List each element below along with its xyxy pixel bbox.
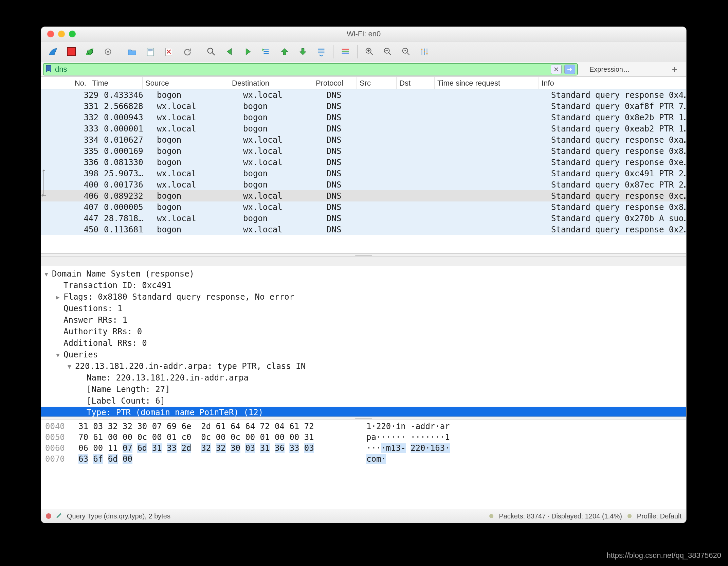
status-profile-text[interactable]: Profile: Default bbox=[637, 512, 681, 520]
status-field-text: Query Type (dns.qry.type), 2 bytes bbox=[67, 512, 170, 520]
tree-line[interactable]: [Label Count: 6] bbox=[41, 395, 686, 407]
packet-row[interactable]: 44728.7818…wx.localbogonDNSStandard quer… bbox=[41, 213, 687, 224]
disclosure-triangle-icon bbox=[56, 317, 63, 324]
disclosure-triangle-icon bbox=[79, 409, 87, 416]
col-header-info[interactable]: Info bbox=[539, 77, 686, 89]
stop-button[interactable] bbox=[63, 43, 80, 60]
go-last-button[interactable] bbox=[294, 43, 311, 60]
tree-line[interactable]: Name: 220.13.181.220.in-addr.arpa bbox=[41, 372, 686, 384]
splitter-top[interactable] bbox=[41, 254, 686, 257]
tree-line[interactable]: Transaction ID: 0xc491 bbox=[41, 280, 686, 291]
col-header-source[interactable]: Source bbox=[143, 77, 229, 89]
packet-row[interactable]: 3330.000001wx.localbogonDNSStandard quer… bbox=[41, 123, 687, 134]
packet-bytes-pane[interactable]: 004031 03 32 32 30 07 69 6e 2d 61 64 64 … bbox=[41, 420, 686, 509]
zoom-out-button[interactable] bbox=[379, 43, 396, 60]
status-packets-text: Packets: 83747 · Displayed: 1204 (1.4%) bbox=[499, 512, 622, 520]
auto-scroll-button[interactable] bbox=[313, 43, 330, 60]
packet-row[interactable]: 3360.081330bogonwx.localDNSStandard quer… bbox=[41, 157, 687, 168]
wireshark-window: Wi-Fi: en0 bbox=[41, 26, 687, 523]
packet-list-pane: No. Time Source Destination Protocol Src… bbox=[41, 77, 686, 254]
disclosure-triangle-icon bbox=[79, 374, 87, 382]
find-button[interactable] bbox=[203, 43, 220, 60]
disclosure-triangle-icon bbox=[56, 282, 63, 289]
tree-line[interactable]: Additional RRs: 0 bbox=[41, 337, 686, 349]
hex-line[interactable]: 006006 00 11 07 6d 31 33 2d 32 32 30 03 … bbox=[45, 443, 682, 454]
svg-point-1 bbox=[107, 51, 109, 53]
tree-line[interactable]: Questions: 1 bbox=[41, 303, 686, 314]
tree-line[interactable]: ▼220.13.181.220.in-addr.arpa: type PTR, … bbox=[41, 360, 686, 372]
go-first-button[interactable] bbox=[276, 43, 293, 60]
col-header-dstport[interactable]: Dst bbox=[397, 77, 435, 89]
display-filter-box bbox=[43, 63, 578, 75]
add-filter-button[interactable]: + bbox=[669, 64, 681, 75]
col-header-srcport[interactable]: Src bbox=[357, 77, 397, 89]
clear-filter-button[interactable] bbox=[551, 65, 562, 74]
disclosure-triangle-icon[interactable]: ▶ bbox=[56, 294, 63, 301]
disclosure-triangle-icon[interactable]: ▼ bbox=[56, 351, 63, 358]
hex-line[interactable]: 005070 61 00 00 0c 00 01 c0 0c 00 0c 00 … bbox=[45, 432, 682, 443]
capture-options-button[interactable] bbox=[99, 43, 116, 60]
tree-line[interactable]: ▼Domain Name System (response) bbox=[41, 268, 686, 280]
display-filter-input[interactable] bbox=[54, 65, 548, 74]
packet-row[interactable]: 3312.566828wx.localbogonDNSStandard quer… bbox=[41, 101, 687, 112]
svg-point-17 bbox=[426, 53, 428, 54]
profile-dot-icon bbox=[627, 514, 632, 518]
expression-button[interactable]: Expression… bbox=[586, 64, 633, 75]
col-header-time[interactable]: Time bbox=[89, 77, 143, 89]
packet-row[interactable]: 3290.433346bogonwx.localDNSStandard quer… bbox=[41, 89, 687, 101]
resize-columns-button[interactable] bbox=[416, 43, 433, 60]
edit-icon[interactable] bbox=[56, 512, 62, 520]
capture-dot-icon bbox=[489, 514, 493, 518]
disclosure-triangle-icon bbox=[56, 340, 63, 347]
main-toolbar bbox=[41, 41, 686, 62]
reload-button[interactable] bbox=[179, 43, 196, 60]
hex-line[interactable]: 004031 03 32 32 30 07 69 6e 2d 61 64 64 … bbox=[45, 422, 682, 432]
svg-rect-9 bbox=[342, 51, 349, 52]
svg-point-14 bbox=[404, 50, 406, 51]
packet-details-pane[interactable]: ▼Domain Name System (response) Transacti… bbox=[41, 257, 686, 417]
tree-line[interactable]: Type: PTR (domain name PoinTeR) (12) bbox=[41, 407, 686, 417]
go-forward-button[interactable] bbox=[239, 43, 256, 60]
col-header-tsr[interactable]: Time since request bbox=[435, 77, 539, 89]
tree-line[interactable]: ▶Flags: 0x8180 Standard query response, … bbox=[41, 291, 686, 303]
open-file-button[interactable] bbox=[124, 43, 141, 60]
shark-fin-icon[interactable] bbox=[44, 43, 61, 60]
colorize-button[interactable] bbox=[337, 43, 354, 60]
go-back-button[interactable] bbox=[221, 43, 238, 60]
bookmark-icon[interactable] bbox=[46, 65, 52, 74]
packet-row[interactable]: 4000.001736wx.localbogonDNSStandard quer… bbox=[41, 179, 687, 190]
disclosure-triangle-icon bbox=[56, 328, 63, 335]
go-to-packet-button[interactable] bbox=[258, 43, 275, 60]
tree-line[interactable]: Answer RRs: 1 bbox=[41, 314, 686, 326]
window-title: Wi-Fi: en0 bbox=[41, 30, 686, 38]
disclosure-triangle-icon[interactable]: ▼ bbox=[44, 270, 52, 278]
col-header-proto[interactable]: Protocol bbox=[313, 77, 357, 89]
display-filter-bar: Expression… + bbox=[41, 62, 686, 77]
col-header-dest[interactable]: Destination bbox=[229, 77, 313, 89]
packet-row[interactable]: 3320.000943wx.localbogonDNSStandard quer… bbox=[41, 112, 687, 123]
packet-row[interactable]: 4500.113681bogonwx.localDNSStandard quer… bbox=[41, 224, 687, 235]
zoom-reset-button[interactable] bbox=[398, 43, 415, 60]
packet-row[interactable]: 4060.089232bogonwx.localDNSStandard quer… bbox=[41, 190, 687, 201]
titlebar: Wi-Fi: en0 bbox=[41, 27, 686, 41]
tree-line[interactable]: [Name Length: 27] bbox=[41, 384, 686, 395]
disclosure-triangle-icon[interactable]: ▼ bbox=[68, 363, 75, 370]
col-header-no[interactable]: No. bbox=[41, 77, 89, 89]
zoom-in-button[interactable] bbox=[361, 43, 378, 60]
hex-line[interactable]: 007063 6f 6d 00com· bbox=[45, 454, 682, 465]
packet-row[interactable]: 3350.000169bogonwx.localDNSStandard quer… bbox=[41, 145, 687, 157]
restart-button[interactable] bbox=[81, 43, 98, 60]
expert-info-icon[interactable] bbox=[46, 513, 51, 519]
disclosure-triangle-icon bbox=[56, 305, 63, 312]
tree-line[interactable]: Authority RRs: 0 bbox=[41, 326, 686, 337]
apply-filter-button[interactable] bbox=[564, 65, 575, 74]
packet-row[interactable]: 39825.9073…wx.localbogonDNSStandard quer… bbox=[41, 168, 687, 179]
splitter-bottom[interactable] bbox=[41, 417, 686, 420]
packet-list-body[interactable]: 3290.433346bogonwx.localDNSStandard quer… bbox=[41, 89, 687, 253]
packet-row[interactable]: 3340.010627bogonwx.localDNSStandard quer… bbox=[41, 134, 687, 145]
packet-list-header[interactable]: No. Time Source Destination Protocol Src… bbox=[41, 77, 686, 89]
save-file-button[interactable] bbox=[142, 43, 159, 60]
tree-line[interactable]: ▼Queries bbox=[41, 349, 686, 360]
close-file-button[interactable] bbox=[160, 43, 177, 60]
packet-row[interactable]: 4070.000005bogonwx.localDNSStandard quer… bbox=[41, 201, 687, 213]
